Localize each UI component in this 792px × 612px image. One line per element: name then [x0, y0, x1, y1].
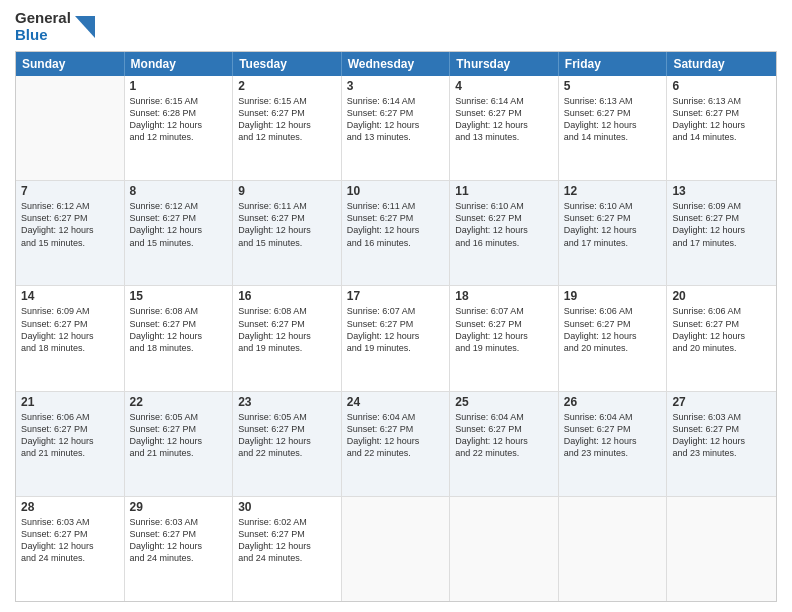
- calendar-header: SundayMondayTuesdayWednesdayThursdayFrid…: [16, 52, 776, 76]
- day-number: 19: [564, 289, 662, 303]
- day-info: Sunrise: 6:06 AMSunset: 6:27 PMDaylight:…: [21, 411, 119, 460]
- day-number: 11: [455, 184, 553, 198]
- day-cell-8: 8Sunrise: 6:12 AMSunset: 6:27 PMDaylight…: [125, 181, 234, 285]
- day-cell-27: 27Sunrise: 6:03 AMSunset: 6:27 PMDayligh…: [667, 392, 776, 496]
- calendar-body: 1Sunrise: 6:15 AMSunset: 6:28 PMDaylight…: [16, 76, 776, 601]
- day-info: Sunrise: 6:12 AMSunset: 6:27 PMDaylight:…: [130, 200, 228, 249]
- day-cell-2: 2Sunrise: 6:15 AMSunset: 6:27 PMDaylight…: [233, 76, 342, 180]
- day-cell-6: 6Sunrise: 6:13 AMSunset: 6:27 PMDaylight…: [667, 76, 776, 180]
- logo-svg: General Blue: [15, 10, 71, 43]
- day-info: Sunrise: 6:14 AMSunset: 6:27 PMDaylight:…: [455, 95, 553, 144]
- day-number: 3: [347, 79, 445, 93]
- day-info: Sunrise: 6:02 AMSunset: 6:27 PMDaylight:…: [238, 516, 336, 565]
- day-info: Sunrise: 6:13 AMSunset: 6:27 PMDaylight:…: [564, 95, 662, 144]
- day-info: Sunrise: 6:12 AMSunset: 6:27 PMDaylight:…: [21, 200, 119, 249]
- header: General Blue: [15, 10, 777, 43]
- day-cell-14: 14Sunrise: 6:09 AMSunset: 6:27 PMDayligh…: [16, 286, 125, 390]
- day-number: 22: [130, 395, 228, 409]
- day-info: Sunrise: 6:09 AMSunset: 6:27 PMDaylight:…: [21, 305, 119, 354]
- day-cell-9: 9Sunrise: 6:11 AMSunset: 6:27 PMDaylight…: [233, 181, 342, 285]
- day-number: 2: [238, 79, 336, 93]
- day-header-wednesday: Wednesday: [342, 52, 451, 76]
- day-info: Sunrise: 6:06 AMSunset: 6:27 PMDaylight:…: [672, 305, 771, 354]
- day-info: Sunrise: 6:11 AMSunset: 6:27 PMDaylight:…: [238, 200, 336, 249]
- day-cell-23: 23Sunrise: 6:05 AMSunset: 6:27 PMDayligh…: [233, 392, 342, 496]
- day-info: Sunrise: 6:13 AMSunset: 6:27 PMDaylight:…: [672, 95, 771, 144]
- day-number: 6: [672, 79, 771, 93]
- day-cell-15: 15Sunrise: 6:08 AMSunset: 6:27 PMDayligh…: [125, 286, 234, 390]
- day-info: Sunrise: 6:04 AMSunset: 6:27 PMDaylight:…: [347, 411, 445, 460]
- day-info: Sunrise: 6:03 AMSunset: 6:27 PMDaylight:…: [672, 411, 771, 460]
- day-number: 10: [347, 184, 445, 198]
- day-info: Sunrise: 6:04 AMSunset: 6:27 PMDaylight:…: [455, 411, 553, 460]
- empty-cell: [342, 497, 451, 601]
- day-cell-13: 13Sunrise: 6:09 AMSunset: 6:27 PMDayligh…: [667, 181, 776, 285]
- day-number: 12: [564, 184, 662, 198]
- day-number: 30: [238, 500, 336, 514]
- day-cell-24: 24Sunrise: 6:04 AMSunset: 6:27 PMDayligh…: [342, 392, 451, 496]
- calendar: SundayMondayTuesdayWednesdayThursdayFrid…: [15, 51, 777, 602]
- day-header-saturday: Saturday: [667, 52, 776, 76]
- day-cell-29: 29Sunrise: 6:03 AMSunset: 6:27 PMDayligh…: [125, 497, 234, 601]
- day-number: 23: [238, 395, 336, 409]
- day-info: Sunrise: 6:03 AMSunset: 6:27 PMDaylight:…: [130, 516, 228, 565]
- day-cell-26: 26Sunrise: 6:04 AMSunset: 6:27 PMDayligh…: [559, 392, 668, 496]
- day-number: 28: [21, 500, 119, 514]
- day-number: 7: [21, 184, 119, 198]
- day-number: 8: [130, 184, 228, 198]
- logo-triangle-icon: [75, 16, 95, 38]
- day-cell-17: 17Sunrise: 6:07 AMSunset: 6:27 PMDayligh…: [342, 286, 451, 390]
- day-number: 21: [21, 395, 119, 409]
- day-cell-25: 25Sunrise: 6:04 AMSunset: 6:27 PMDayligh…: [450, 392, 559, 496]
- day-cell-10: 10Sunrise: 6:11 AMSunset: 6:27 PMDayligh…: [342, 181, 451, 285]
- day-header-thursday: Thursday: [450, 52, 559, 76]
- day-cell-18: 18Sunrise: 6:07 AMSunset: 6:27 PMDayligh…: [450, 286, 559, 390]
- day-cell-19: 19Sunrise: 6:06 AMSunset: 6:27 PMDayligh…: [559, 286, 668, 390]
- day-info: Sunrise: 6:09 AMSunset: 6:27 PMDaylight:…: [672, 200, 771, 249]
- calendar-week-5: 28Sunrise: 6:03 AMSunset: 6:27 PMDayligh…: [16, 497, 776, 601]
- day-cell-21: 21Sunrise: 6:06 AMSunset: 6:27 PMDayligh…: [16, 392, 125, 496]
- logo-blue: Blue: [15, 27, 71, 44]
- calendar-week-2: 7Sunrise: 6:12 AMSunset: 6:27 PMDaylight…: [16, 181, 776, 286]
- day-number: 9: [238, 184, 336, 198]
- day-info: Sunrise: 6:08 AMSunset: 6:27 PMDaylight:…: [130, 305, 228, 354]
- day-number: 4: [455, 79, 553, 93]
- day-cell-22: 22Sunrise: 6:05 AMSunset: 6:27 PMDayligh…: [125, 392, 234, 496]
- day-number: 14: [21, 289, 119, 303]
- page-container: General Blue SundayMondayTuesdayWednesda…: [0, 0, 792, 612]
- day-cell-12: 12Sunrise: 6:10 AMSunset: 6:27 PMDayligh…: [559, 181, 668, 285]
- day-header-tuesday: Tuesday: [233, 52, 342, 76]
- day-info: Sunrise: 6:05 AMSunset: 6:27 PMDaylight:…: [238, 411, 336, 460]
- day-cell-30: 30Sunrise: 6:02 AMSunset: 6:27 PMDayligh…: [233, 497, 342, 601]
- empty-cell: [559, 497, 668, 601]
- day-info: Sunrise: 6:10 AMSunset: 6:27 PMDaylight:…: [455, 200, 553, 249]
- empty-cell: [667, 497, 776, 601]
- calendar-week-1: 1Sunrise: 6:15 AMSunset: 6:28 PMDaylight…: [16, 76, 776, 181]
- calendar-week-3: 14Sunrise: 6:09 AMSunset: 6:27 PMDayligh…: [16, 286, 776, 391]
- day-info: Sunrise: 6:10 AMSunset: 6:27 PMDaylight:…: [564, 200, 662, 249]
- logo-general: General: [15, 10, 71, 27]
- svg-marker-0: [75, 16, 95, 38]
- day-number: 20: [672, 289, 771, 303]
- day-cell-11: 11Sunrise: 6:10 AMSunset: 6:27 PMDayligh…: [450, 181, 559, 285]
- calendar-week-4: 21Sunrise: 6:06 AMSunset: 6:27 PMDayligh…: [16, 392, 776, 497]
- day-number: 29: [130, 500, 228, 514]
- day-cell-1: 1Sunrise: 6:15 AMSunset: 6:28 PMDaylight…: [125, 76, 234, 180]
- day-number: 25: [455, 395, 553, 409]
- day-header-sunday: Sunday: [16, 52, 125, 76]
- day-cell-20: 20Sunrise: 6:06 AMSunset: 6:27 PMDayligh…: [667, 286, 776, 390]
- day-info: Sunrise: 6:07 AMSunset: 6:27 PMDaylight:…: [455, 305, 553, 354]
- day-info: Sunrise: 6:08 AMSunset: 6:27 PMDaylight:…: [238, 305, 336, 354]
- day-number: 17: [347, 289, 445, 303]
- day-info: Sunrise: 6:11 AMSunset: 6:27 PMDaylight:…: [347, 200, 445, 249]
- day-cell-7: 7Sunrise: 6:12 AMSunset: 6:27 PMDaylight…: [16, 181, 125, 285]
- day-number: 1: [130, 79, 228, 93]
- day-number: 27: [672, 395, 771, 409]
- empty-cell: [450, 497, 559, 601]
- day-info: Sunrise: 6:05 AMSunset: 6:27 PMDaylight:…: [130, 411, 228, 460]
- day-cell-5: 5Sunrise: 6:13 AMSunset: 6:27 PMDaylight…: [559, 76, 668, 180]
- day-cell-16: 16Sunrise: 6:08 AMSunset: 6:27 PMDayligh…: [233, 286, 342, 390]
- day-cell-4: 4Sunrise: 6:14 AMSunset: 6:27 PMDaylight…: [450, 76, 559, 180]
- day-info: Sunrise: 6:14 AMSunset: 6:27 PMDaylight:…: [347, 95, 445, 144]
- day-header-friday: Friday: [559, 52, 668, 76]
